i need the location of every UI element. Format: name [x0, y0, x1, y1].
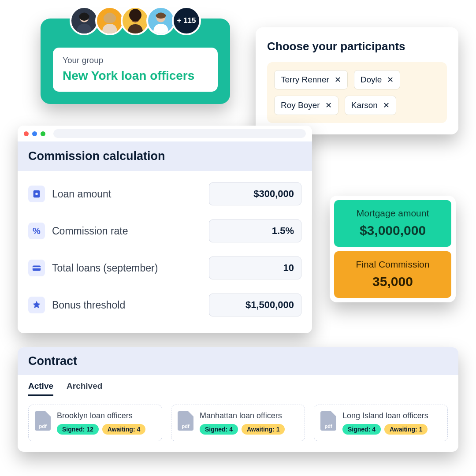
tab-active[interactable]: Active — [28, 381, 53, 396]
commission-body: Loan amount $300,000 % Commission rate 1… — [18, 171, 312, 333]
avatar[interactable] — [95, 6, 124, 35]
contract-info: Manhattan loan officers Signed: 4 Awaiti… — [200, 411, 285, 435]
avatar[interactable] — [70, 6, 99, 35]
loan-amount-input[interactable]: $300,000 — [209, 182, 301, 205]
participant-chip-area: Terry Renner ✕ Doyle ✕ Roy Boyer ✕ Karso… — [267, 62, 447, 123]
contract-name: Long Island loan officers — [342, 411, 428, 420]
participant-chip[interactable]: Karson ✕ — [345, 96, 396, 115]
participant-chip[interactable]: Doyle ✕ — [354, 70, 401, 89]
percent-icon: % — [28, 223, 45, 239]
money-icon — [28, 186, 45, 202]
close-icon[interactable]: ✕ — [383, 100, 390, 110]
close-icon[interactable]: ✕ — [335, 75, 341, 85]
contract-name: Manhattan loan officers — [200, 411, 285, 420]
avatar[interactable] — [121, 6, 150, 35]
window-close-icon[interactable] — [24, 131, 29, 136]
contract-info: Brooklyn loan officers Signed: 12 Awaiti… — [57, 411, 145, 435]
avatar-overflow[interactable]: + 115 — [172, 6, 201, 35]
awaiting-badge: Awaiting: 1 — [384, 424, 428, 435]
participant-chip[interactable]: Terry Renner ✕ — [274, 70, 348, 89]
status-badges: Signed: 4 Awaiting: 1 — [342, 424, 428, 435]
svg-rect-8 — [33, 267, 41, 268]
contract-info: Long Island loan officers Signed: 4 Awai… — [342, 411, 428, 435]
commission-row-bonus: Bonus threshold $1,500,000 — [28, 286, 301, 324]
svg-point-6 — [35, 193, 38, 195]
participant-name: Roy Boyer — [281, 100, 320, 110]
participants-card: Choose your participants Terry Renner ✕ … — [256, 27, 458, 134]
result-stack: Mortgage amount $3,000,000 Final Commiss… — [330, 196, 456, 302]
close-icon[interactable]: ✕ — [387, 75, 394, 85]
commission-row-loan-amount: Loan amount $300,000 — [28, 175, 301, 212]
commission-row-rate: % Commission rate 1.5% — [28, 212, 301, 249]
window-minimize-icon[interactable] — [32, 131, 37, 136]
contract-title: Contract — [18, 347, 458, 375]
participant-name: Doyle — [361, 75, 382, 85]
participant-name: Karson — [351, 100, 378, 110]
awaiting-badge: Awaiting: 4 — [102, 424, 145, 435]
commission-window: Commission calculation Loan amount $300,… — [18, 126, 312, 333]
url-bar[interactable] — [53, 129, 306, 138]
participant-name: Terry Renner — [281, 75, 329, 85]
avatar-row: + 115 — [70, 6, 201, 35]
final-commission-label: Final Commission — [338, 259, 447, 270]
pdf-icon: pdf — [178, 411, 193, 431]
awaiting-badge: Awaiting: 1 — [242, 424, 285, 435]
final-commission-value: 35,000 — [338, 274, 447, 289]
commission-label: Total loans (september) — [52, 262, 209, 274]
contract-card[interactable]: pdf Manhattan loan officers Signed: 4 Aw… — [171, 405, 305, 441]
mortgage-label: Mortgage amount — [338, 208, 447, 219]
contract-card[interactable]: pdf Long Island loan officers Signed: 4 … — [314, 405, 448, 441]
close-icon[interactable]: ✕ — [325, 100, 332, 110]
participants-title: Choose your participants — [267, 40, 447, 53]
pdf-icon: pdf — [35, 411, 51, 431]
contract-name: Brooklyn loan officers — [57, 411, 145, 420]
group-label: Your group — [63, 56, 208, 65]
commission-rate-input[interactable]: 1.5% — [209, 219, 301, 242]
contract-tabs: Active Archived — [18, 375, 458, 396]
mortgage-tile: Mortgage amount $3,000,000 — [334, 200, 451, 247]
tab-archived[interactable]: Archived — [67, 381, 102, 396]
status-badges: Signed: 4 Awaiting: 1 — [200, 424, 285, 435]
avatar[interactable] — [146, 6, 175, 35]
window-zoom-icon[interactable] — [41, 131, 45, 136]
signed-badge: Signed: 4 — [342, 424, 381, 435]
bonus-threshold-input[interactable]: $1,500,000 — [209, 294, 301, 316]
group-name: New York loan officers — [63, 69, 208, 83]
contract-cards: pdf Brooklyn loan officers Signed: 12 Aw… — [18, 396, 458, 452]
contract-card[interactable]: pdf Brooklyn loan officers Signed: 12 Aw… — [28, 405, 162, 441]
participant-chip[interactable]: Roy Boyer ✕ — [274, 96, 338, 115]
pdf-icon: pdf — [320, 411, 336, 431]
final-commission-tile: Final Commission 35,000 — [334, 251, 451, 298]
svg-point-3 — [129, 9, 141, 21]
card-icon — [28, 260, 45, 276]
window-titlebar — [18, 126, 312, 141]
commission-row-total-loans: Total loans (september) 10 — [28, 249, 301, 286]
group-card: + 115 Your group New York loan officers — [41, 19, 230, 104]
avatar-overflow-label: + 115 — [177, 16, 196, 25]
commission-label: Loan amount — [52, 188, 209, 200]
commission-label: Commission rate — [52, 225, 209, 237]
star-icon — [28, 297, 45, 313]
signed-badge: Signed: 4 — [200, 424, 238, 435]
commission-title: Commission calculation — [18, 141, 312, 171]
contract-panel: Contract Active Archived pdf Brooklyn lo… — [18, 347, 458, 452]
status-badges: Signed: 12 Awaiting: 4 — [57, 424, 145, 435]
total-loans-input[interactable]: 10 — [209, 257, 301, 279]
signed-badge: Signed: 12 — [57, 424, 99, 435]
group-inner: Your group New York loan officers — [53, 48, 218, 92]
mortgage-value: $3,000,000 — [338, 223, 447, 238]
commission-label: Bonus threshold — [52, 299, 209, 311]
